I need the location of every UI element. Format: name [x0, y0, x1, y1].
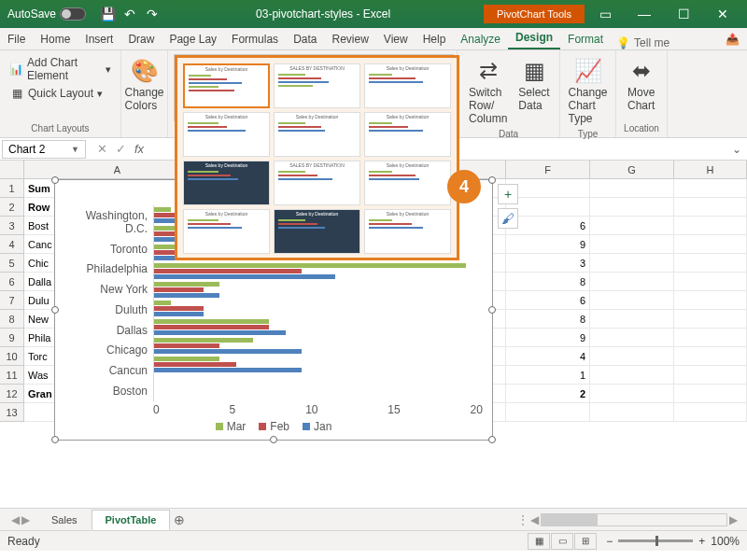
bar[interactable]: [154, 287, 204, 292]
resize-handle[interactable]: [51, 436, 59, 443]
switch-row-column-button[interactable]: ⇄Switch Row/ Column: [463, 54, 513, 127]
chart-styles-button[interactable]: 🖌: [498, 208, 518, 229]
zoom-out-icon[interactable]: −: [606, 535, 613, 548]
row-header[interactable]: 6: [0, 273, 24, 291]
undo-icon[interactable]: ↶: [120, 4, 140, 24]
bar[interactable]: [154, 330, 286, 335]
cell[interactable]: 1: [506, 366, 590, 385]
style-thumb[interactable]: Sales by Destination: [183, 161, 270, 205]
cell[interactable]: 9: [506, 235, 590, 254]
cell[interactable]: 8: [506, 273, 590, 291]
cell[interactable]: 6: [506, 217, 590, 235]
resize-handle[interactable]: [488, 436, 496, 443]
resize-handle[interactable]: [270, 436, 277, 443]
page-layout-icon[interactable]: ▭: [551, 533, 573, 550]
row-header[interactable]: 1: [0, 179, 24, 198]
chart-styles-gallery[interactable]: 4 Sales by Destination SALES BY DESTINAT…: [174, 54, 454, 121]
bar[interactable]: [154, 362, 236, 367]
bar[interactable]: [154, 293, 219, 298]
cell[interactable]: [590, 254, 674, 273]
scroll-left-icon[interactable]: ◀: [530, 513, 539, 526]
cell[interactable]: [590, 329, 674, 347]
row-header[interactable]: 3: [0, 217, 24, 235]
legend-item[interactable]: Mar: [216, 420, 247, 433]
minimize-icon[interactable]: —: [626, 0, 663, 28]
cell[interactable]: [674, 254, 747, 273]
sheet-tab-pivottable[interactable]: PivotTable: [92, 510, 171, 530]
tab-split-icon[interactable]: ⋮: [517, 513, 529, 526]
cell[interactable]: 8: [506, 310, 590, 329]
cell[interactable]: [590, 273, 674, 291]
cell[interactable]: 2: [506, 385, 590, 403]
cell[interactable]: [674, 366, 747, 385]
style-thumb[interactable]: SALES BY DESTINATION: [274, 63, 360, 108]
bar[interactable]: [154, 338, 253, 343]
style-thumb[interactable]: Sales by Destination: [183, 209, 270, 254]
tab-analyze[interactable]: Analyze: [453, 29, 508, 49]
cell[interactable]: 4: [506, 347, 590, 366]
share-button[interactable]: 📤: [718, 29, 747, 49]
cell[interactable]: [590, 198, 674, 217]
page-break-icon[interactable]: ⊞: [574, 533, 597, 550]
cell[interactable]: [590, 366, 674, 385]
style-thumb[interactable]: Sales by Destination: [183, 63, 270, 108]
cell[interactable]: [674, 385, 747, 403]
zoom-level[interactable]: 100%: [711, 535, 740, 548]
chart-elements-button[interactable]: +: [498, 184, 518, 204]
col-header[interactable]: H: [674, 161, 747, 179]
col-header[interactable]: F: [506, 161, 590, 179]
tell-me-search[interactable]: 💡 Tell me: [616, 36, 669, 49]
zoom-slider[interactable]: [618, 539, 693, 542]
col-header[interactable]: G: [590, 161, 674, 179]
cell[interactable]: [674, 217, 747, 235]
select-data-button[interactable]: ▦Select Data: [513, 54, 555, 127]
cell[interactable]: [674, 310, 747, 329]
bar[interactable]: [154, 274, 335, 279]
normal-view-icon[interactable]: ▦: [528, 533, 550, 550]
tab-help[interactable]: Help: [416, 29, 454, 49]
cell[interactable]: 6: [506, 291, 590, 310]
maximize-icon[interactable]: ☐: [665, 0, 702, 28]
legend-item[interactable]: Jan: [303, 420, 331, 433]
bar[interactable]: [154, 343, 219, 348]
bar[interactable]: [154, 269, 302, 273]
autosave-toggle[interactable]: AutoSave: [7, 7, 86, 21]
cell[interactable]: [506, 179, 590, 198]
bar[interactable]: [154, 312, 204, 316]
bar[interactable]: [154, 325, 269, 329]
cell[interactable]: [674, 179, 747, 198]
cell[interactable]: [590, 403, 674, 422]
row-header[interactable]: 2: [0, 198, 24, 217]
cell[interactable]: [590, 310, 674, 329]
tab-format[interactable]: Format: [560, 29, 611, 49]
add-sheet-button[interactable]: ⊕: [170, 512, 189, 527]
row-header[interactable]: 11: [0, 366, 24, 385]
zoom-in-icon[interactable]: +: [698, 535, 705, 548]
tab-insert[interactable]: Insert: [78, 29, 120, 49]
bar[interactable]: [154, 207, 171, 212]
enter-icon[interactable]: ✓: [112, 142, 129, 156]
style-thumb[interactable]: Sales by Destination: [274, 209, 360, 254]
cell[interactable]: [674, 235, 747, 254]
cell[interactable]: [674, 403, 747, 422]
close-icon[interactable]: ✕: [704, 0, 741, 28]
tab-formulas[interactable]: Formulas: [224, 29, 286, 49]
row-header[interactable]: 13: [0, 403, 24, 422]
cell[interactable]: 9: [506, 329, 590, 347]
name-box[interactable]: Chart 2▼: [2, 140, 86, 159]
cell[interactable]: [674, 198, 747, 217]
cell[interactable]: [590, 179, 674, 198]
tab-file[interactable]: File: [0, 29, 33, 49]
cancel-icon[interactable]: ✕: [93, 142, 110, 156]
expand-formula-icon[interactable]: ⌄: [726, 143, 747, 156]
tab-data[interactable]: Data: [286, 29, 324, 49]
cell[interactable]: [674, 347, 747, 366]
bar[interactable]: [154, 368, 302, 372]
cell[interactable]: [506, 198, 590, 217]
legend-item[interactable]: Feb: [259, 420, 289, 433]
style-thumb[interactable]: Sales by Destination: [364, 112, 451, 157]
bar[interactable]: [154, 263, 466, 268]
tab-draw[interactable]: Draw: [120, 29, 162, 49]
row-header[interactable]: 5: [0, 254, 24, 273]
select-all-corner[interactable]: [0, 161, 24, 179]
